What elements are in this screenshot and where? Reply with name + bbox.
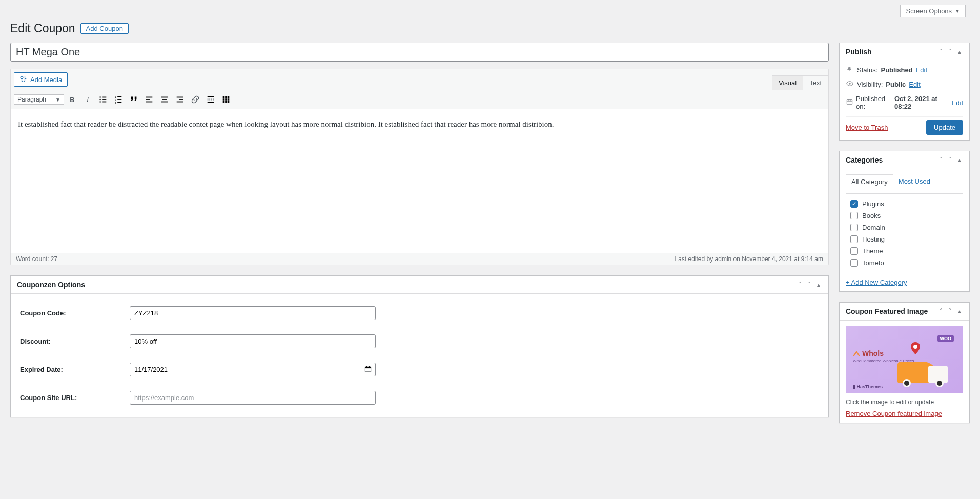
checkbox-icon[interactable] — [850, 259, 858, 267]
panel-down-icon[interactable]: ˅ — [947, 307, 954, 316]
woo-badge: WOO — [937, 335, 954, 342]
category-item[interactable]: Books — [850, 210, 958, 222]
checkbox-icon[interactable] — [850, 212, 858, 219]
svg-rect-16 — [161, 97, 168, 98]
category-label: Books — [862, 212, 881, 219]
category-item[interactable]: Hosting — [850, 233, 958, 245]
bold-button[interactable]: B — [65, 92, 79, 107]
format-select-label: Paragraph — [17, 96, 46, 103]
category-item[interactable]: Theme — [850, 245, 958, 257]
panel-toggle-icon[interactable]: ▴ — [815, 280, 822, 289]
svg-point-3 — [99, 99, 101, 101]
featured-image[interactable]: WOO Whols WooCommerce Wholesale Prices ▮… — [846, 326, 963, 393]
featured-brand: Whols — [853, 349, 884, 357]
discount-input[interactable] — [130, 334, 376, 348]
italic-button[interactable]: I — [80, 92, 95, 107]
svg-rect-13 — [146, 97, 153, 98]
category-tab-all[interactable]: All Category — [846, 174, 893, 189]
svg-rect-4 — [102, 99, 106, 100]
svg-rect-19 — [177, 97, 183, 98]
panel-down-icon[interactable]: ˅ — [806, 280, 813, 289]
editor-tab-text[interactable]: Text — [803, 75, 828, 90]
category-tab-most-used[interactable]: Most Used — [893, 174, 935, 189]
published-on-label: Published on: — [856, 95, 891, 110]
screen-options-toggle[interactable]: Screen Options ▼ — [900, 5, 966, 17]
category-item[interactable]: Tometo — [850, 257, 958, 269]
category-label: Hosting — [862, 235, 885, 243]
align-left-button[interactable] — [142, 92, 156, 107]
checkbox-icon[interactable]: ✓ — [850, 200, 858, 208]
blockquote-button[interactable] — [127, 92, 141, 107]
read-more-button[interactable] — [203, 92, 218, 107]
published-on-edit-link[interactable]: Edit — [952, 99, 963, 107]
visibility-edit-link[interactable]: Edit — [909, 81, 920, 88]
bullet-list-button[interactable] — [96, 92, 110, 107]
add-media-button[interactable]: Add Media — [14, 72, 68, 87]
category-item[interactable]: ✓Plugins — [850, 198, 958, 210]
site-url-label: Coupon Site URL: — [17, 394, 130, 402]
calendar-icon — [846, 98, 853, 107]
eye-icon — [846, 80, 854, 89]
add-category-link[interactable]: + Add New Category — [846, 278, 907, 286]
update-button[interactable]: Update — [926, 120, 963, 135]
svg-rect-23 — [208, 99, 214, 100]
svg-rect-17 — [162, 99, 167, 100]
panel-up-icon[interactable]: ˄ — [937, 307, 945, 316]
svg-rect-18 — [161, 102, 168, 103]
svg-rect-26 — [225, 96, 227, 98]
coupon-title-input[interactable] — [10, 43, 829, 62]
site-url-input[interactable] — [130, 391, 376, 405]
link-button[interactable] — [188, 92, 202, 107]
page-title: Edit Coupon — [10, 22, 75, 35]
pin-icon — [846, 66, 854, 74]
panel-toggle-icon[interactable]: ▴ — [956, 155, 963, 165]
visibility-label: Visibility: — [857, 81, 883, 88]
checkbox-icon[interactable] — [850, 235, 858, 243]
add-media-label: Add Media — [30, 76, 62, 84]
svg-rect-29 — [225, 98, 227, 101]
category-item[interactable]: Domain — [850, 222, 958, 233]
align-right-button[interactable] — [173, 92, 187, 107]
toolbar-toggle-button[interactable] — [219, 92, 233, 107]
svg-rect-10 — [117, 99, 121, 100]
expired-label: Expired Date: — [17, 366, 130, 373]
truck-illustration — [897, 352, 959, 388]
category-label: Tometo — [862, 259, 884, 267]
svg-rect-22 — [208, 96, 214, 97]
panel-down-icon[interactable]: ˅ — [947, 47, 954, 56]
add-coupon-button[interactable]: Add Coupon — [80, 23, 129, 34]
checkbox-icon[interactable] — [850, 247, 858, 255]
panel-toggle-icon[interactable]: ▴ — [956, 307, 963, 316]
svg-rect-8 — [117, 96, 121, 97]
panel-toggle-icon[interactable]: ▴ — [956, 47, 963, 56]
svg-rect-33 — [228, 101, 230, 103]
remove-featured-link[interactable]: Remove Coupon featured image — [846, 410, 942, 417]
panel-up-icon[interactable]: ˄ — [937, 47, 945, 56]
coupon-code-input[interactable] — [130, 306, 376, 320]
svg-point-1 — [99, 96, 101, 98]
checkbox-icon[interactable] — [850, 224, 858, 231]
expired-date-input[interactable] — [130, 363, 376, 376]
screen-options-label: Screen Options — [906, 7, 952, 15]
format-select[interactable]: Paragraph ▼ — [14, 94, 64, 105]
editor-body[interactable]: It established fact that reader be distr… — [11, 109, 828, 253]
numbered-list-button[interactable]: 123 — [111, 92, 126, 107]
caret-down-icon: ▼ — [955, 8, 960, 14]
editor-tab-visual[interactable]: Visual — [772, 75, 803, 90]
svg-rect-14 — [146, 99, 150, 100]
panel-down-icon[interactable]: ˅ — [947, 155, 954, 165]
move-to-trash-link[interactable]: Move to Trash — [846, 124, 888, 131]
svg-rect-6 — [102, 102, 106, 103]
align-center-button[interactable] — [157, 92, 172, 107]
category-label: Domain — [862, 224, 885, 231]
svg-rect-25 — [223, 96, 225, 98]
status-edit-link[interactable]: Edit — [916, 66, 927, 74]
media-icon — [19, 75, 27, 84]
panel-up-icon[interactable]: ˄ — [937, 155, 945, 165]
svg-rect-27 — [228, 96, 230, 98]
categories-heading: Categories — [846, 156, 883, 164]
panel-up-icon[interactable]: ˄ — [797, 280, 804, 289]
coupon-code-label: Coupon Code: — [17, 309, 130, 317]
status-label: Status: — [857, 66, 877, 74]
category-label: Plugins — [862, 200, 884, 208]
